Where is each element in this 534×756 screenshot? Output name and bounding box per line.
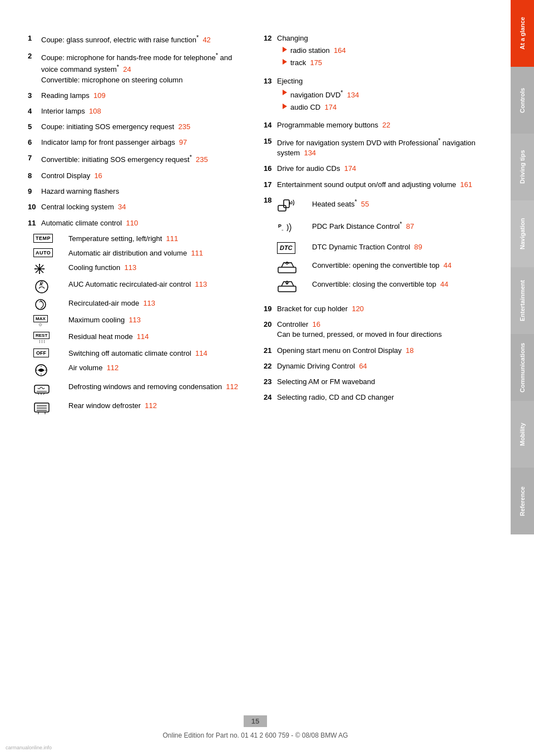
list-item: 16 Drive for audio CDs 174 <box>264 164 483 174</box>
svg-rect-26 <box>284 200 289 208</box>
snowflake-icon <box>33 263 64 275</box>
sidebar-tab-at-a-glance[interactable]: At a glance <box>511 0 534 67</box>
sub-bullet: radio station 164 <box>283 46 483 56</box>
item-number: 12 <box>264 33 277 71</box>
climate-subitem-defrost: Defrosting windows and removing condensa… <box>33 382 247 396</box>
conv-open-subitem: Convertible: opening the convertible top… <box>277 261 483 275</box>
list-item: 13 Ejecting navigation DVD* 134 audio CD… <box>264 76 483 115</box>
list-item: 14 Programmable memory buttons 22 <box>264 120 483 130</box>
item-content: Programmable memory buttons 22 <box>277 120 483 130</box>
item-number: 1 <box>28 33 41 46</box>
item-number: 20 <box>264 320 277 340</box>
dtc-icon: DTC <box>277 242 308 254</box>
list-item: 15 Drive for navigation system DVD with … <box>264 136 483 159</box>
climate-subitem-max: MAX ⚙ Maximum cooling 113 <box>33 315 247 327</box>
svg-rect-30 <box>278 286 296 292</box>
list-item: 21 Opening start menu on Control Display… <box>264 346 483 356</box>
item-content: Hazard warning flashers <box>41 186 247 197</box>
sidebar-tab-communications[interactable]: Communications <box>511 334 534 401</box>
item-number: 6 <box>28 138 41 148</box>
climate-subitem-rest: REST ⫶⫶⫶ Residual heat mode 114 <box>33 332 247 344</box>
pdc-icon: P ⁼ <box>277 220 308 235</box>
item18-subitems: Heated seats* 55 P <box>277 198 483 294</box>
svg-rect-14 <box>34 385 49 393</box>
sidebar-tab-entertainment[interactable]: Entertainment <box>511 267 534 334</box>
climate-subitem-auc: A AUC Automatic recirculated-air control… <box>33 279 247 294</box>
sidebar-tab-reference[interactable]: Reference <box>511 468 534 534</box>
conv-close-icon <box>277 279 308 294</box>
right-column: 12 Changing radio station 164 track 175 <box>264 33 483 420</box>
item-number: 22 <box>264 361 277 371</box>
conv-open-icon <box>277 261 308 275</box>
bullet-arrow-icon <box>283 104 287 109</box>
item-number: 7 <box>28 153 41 165</box>
item-content: Selecting AM or FM waveband <box>277 377 483 387</box>
svg-rect-25 <box>278 205 286 211</box>
item-number: 23 <box>264 377 277 387</box>
item-content: Opening start menu on Control Display 18 <box>277 346 483 356</box>
list-item: 4 Interior lamps 108 <box>28 106 247 116</box>
rear-defrost-icon <box>33 401 64 415</box>
list-item: 19 Bracket for cup holder 120 <box>264 304 483 314</box>
svg-text:⁼: ⁼ <box>281 229 284 233</box>
temp-icon: TEMP <box>33 234 64 243</box>
item-content: Bracket for cup holder 120 <box>277 304 483 314</box>
heated-seat-icon <box>277 198 308 213</box>
item-number: 13 <box>264 76 277 115</box>
list-item: 23 Selecting AM or FM waveband <box>264 377 483 387</box>
list-item: 22 Dynamic Driving Control 64 <box>264 361 483 371</box>
sidebar: At a glance Controls Driving tips Naviga… <box>511 0 534 756</box>
item-content: Convertible: initiating SOS emergency re… <box>41 153 247 165</box>
item-content: Interior lamps 108 <box>41 106 247 116</box>
item-number: 16 <box>264 164 277 174</box>
item-content: Dynamic Driving Control 64 <box>277 361 483 371</box>
item-number: 3 <box>28 91 41 101</box>
item-content: Drive for audio CDs 174 <box>277 164 483 174</box>
footer-text: Online Edition for Part no. 01 41 2 600 … <box>162 732 348 739</box>
item-content: Drive for navigation system DVD with Pro… <box>277 136 483 159</box>
item-number: 8 <box>28 171 41 181</box>
svg-point-5 <box>39 264 40 265</box>
item-content: Coupe: glass sunroof, electric with rais… <box>41 33 247 46</box>
list-item: 18 <box>264 195 483 298</box>
left-column: 1 Coupe: glass sunroof, electric with ra… <box>28 33 247 420</box>
sub-bullet: audio CD 174 <box>283 102 483 112</box>
item-number: 21 <box>264 346 277 356</box>
svg-point-7 <box>34 268 36 269</box>
svg-rect-29 <box>278 267 296 273</box>
auc-icon: A <box>33 279 64 294</box>
item-number: 19 <box>264 304 277 314</box>
item-number: 24 <box>264 392 277 402</box>
sidebar-tab-driving-tips[interactable]: Driving tips <box>511 134 534 200</box>
watermark: carmanualonline.info <box>6 745 52 750</box>
item-content: Reading lamps 109 <box>41 91 247 101</box>
item-content: Control Display 16 <box>41 171 247 181</box>
bullet-arrow-icon <box>283 47 287 52</box>
item-content: Central locking system 34 <box>41 202 247 212</box>
list-item: 6 Indicator lamp for front passenger air… <box>28 138 247 148</box>
list-item: 8 Control Display 16 <box>28 171 247 181</box>
climate-subitem-temp: TEMP Temperature setting, left/right 111 <box>33 234 247 244</box>
list-item: 17 Entertainment sound output on/off and… <box>264 180 483 190</box>
item-content: Entertainment sound output on/off and ad… <box>277 180 483 190</box>
climate-subitem-airvolume: Air volume 112 <box>33 363 247 377</box>
dtc-subitem: DTC DTC Dynamic Traction Control 89 <box>277 242 483 254</box>
climate-subitems: TEMP Temperature setting, left/right 111… <box>33 234 247 416</box>
list-item: 9 Hazard warning flashers <box>28 186 247 197</box>
sidebar-tab-navigation[interactable]: Navigation <box>511 200 534 267</box>
pdc-subitem: P ⁼ PDC Park Distance Control* 87 <box>277 220 483 235</box>
page-footer: 15 Online Edition for Part no. 01 41 2 6… <box>0 715 511 739</box>
item-content: Changing radio station 164 track 175 <box>277 33 483 71</box>
item-content: Ejecting navigation DVD* 134 audio CD 17… <box>277 76 483 115</box>
page-number-box: 15 <box>244 715 267 727</box>
sub-bullet: track 175 <box>283 58 483 68</box>
item-number: 11 <box>28 218 41 228</box>
svg-point-8 <box>43 268 44 269</box>
defrost-icon <box>33 382 64 396</box>
list-item: 10 Central locking system 34 <box>28 202 247 212</box>
air-volume-icon <box>33 363 64 377</box>
list-item: 24 Selecting radio, CD and CD changer <box>264 392 483 402</box>
sidebar-tab-controls[interactable]: Controls <box>511 67 534 134</box>
sidebar-tab-mobility[interactable]: Mobility <box>511 401 534 468</box>
list-item: 1 Coupe: glass sunroof, electric with ra… <box>28 33 247 46</box>
